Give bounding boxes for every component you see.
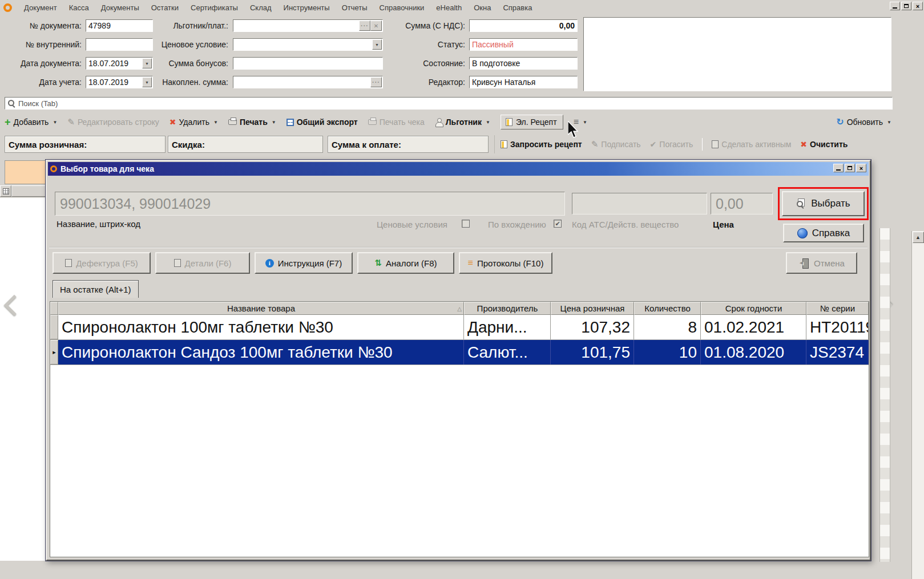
chevron-down-icon[interactable]: ▼	[372, 39, 382, 50]
notes-box[interactable]	[583, 17, 891, 91]
person-icon	[435, 118, 443, 126]
menu-item-document[interactable]: Документ	[24, 3, 57, 12]
cell-name: Спиронолактон 100мг таблетки №30	[58, 315, 464, 339]
state-value: В подготовке	[472, 59, 520, 68]
refresh-button[interactable]: ↻Обновить▼	[836, 118, 891, 127]
grid-icon	[3, 188, 9, 195]
clear-field-button[interactable]	[370, 21, 382, 31]
header-retail-price[interactable]: Цена розничная	[551, 302, 634, 315]
doc-number-value: 47989	[88, 21, 111, 30]
header-quantity[interactable]: Количество	[634, 302, 701, 315]
menu-bar: Документ Касса Документы Остатки Сертифи…	[0, 0, 924, 15]
sign-label: Подписать	[601, 140, 640, 149]
highlighted-cell	[5, 160, 46, 184]
grid-toggle-button[interactable]	[0, 185, 11, 197]
menu-item-ehealth[interactable]: eHealth	[436, 3, 462, 12]
price-conditions-checkbox[interactable]	[462, 220, 470, 228]
price-value: 0,00	[716, 196, 744, 212]
delete-button[interactable]: ✖Удалить▼	[170, 118, 218, 127]
product-search-input[interactable]: 990013034, 990014029	[55, 192, 565, 216]
price-input[interactable]: 0,00	[711, 193, 773, 214]
sum-nds-value: 0,00	[559, 21, 575, 30]
header-expiry[interactable]: Срок годности	[701, 302, 806, 315]
lookup-ellipsis-button[interactable]	[370, 77, 382, 87]
info-icon: i	[265, 259, 274, 268]
recipe-toolbar: Запросить рецепт ✎Подписать ✔Погасить Сд…	[494, 135, 894, 153]
main-toolbar: +Добавить▼ ✎Редактировать строку ✖Удалит…	[5, 113, 920, 131]
table-row-selected[interactable]: ▸ Спиронолактон Сандоз 100мг таблетки №3…	[50, 340, 869, 365]
menu-item-sklad[interactable]: Склад	[250, 3, 272, 12]
by-entry-checkbox[interactable]: ✔	[554, 220, 562, 228]
select-button[interactable]: Выбрать	[782, 191, 865, 216]
menu-item-handbooks[interactable]: Справочники	[380, 3, 425, 12]
price-condition-field[interactable]: ▼	[233, 38, 383, 51]
beneficiary-button[interactable]: Льготник▼	[435, 118, 490, 127]
atc-code-input[interactable]	[572, 193, 707, 214]
internal-number-field[interactable]	[86, 38, 153, 51]
dialog-title: Выбор товара для чека	[60, 164, 154, 173]
recipe-doc-icon	[501, 140, 507, 148]
protocols-button[interactable]: ≡Протоколы (F10)	[459, 252, 552, 274]
export-button[interactable]: Общий экспорт	[287, 118, 358, 127]
defectura-label: Дефектура (F5)	[76, 258, 138, 268]
cancel-button[interactable]: Отмена	[786, 252, 857, 274]
minimize-button[interactable]	[890, 2, 900, 10]
price-conditions-label: Ценовые условия	[377, 220, 447, 229]
tab-on-stock[interactable]: На остатке (Alt+1)	[53, 280, 139, 298]
field-label: Льготник/плат.:	[146, 21, 228, 30]
menu-item-certificates[interactable]: Сертификаты	[191, 3, 238, 12]
print-button[interactable]: Печать▼	[228, 118, 276, 127]
search-input[interactable]: Поиск (Tab)	[5, 97, 893, 110]
status-field: Пассивный	[469, 38, 578, 51]
vertical-scrollbar[interactable]: ▲	[911, 231, 924, 579]
row-indicator-current: ▸	[50, 340, 58, 365]
request-recipe-button[interactable]: Запросить рецепт	[501, 140, 582, 149]
menu-item-ostatki[interactable]: Остатки	[151, 3, 179, 12]
header-name[interactable]: Название товара△	[58, 302, 464, 315]
print-receipt-label: Печать чека	[380, 118, 425, 127]
add-button[interactable]: +Добавить▼	[5, 118, 57, 127]
header-manufacturer[interactable]: Производитель	[464, 302, 551, 315]
retail-sum-label: Сумма розничная:	[9, 140, 87, 149]
menu-item-instruments[interactable]: Инструменты	[284, 3, 330, 12]
dialog-close-button[interactable]: ×	[856, 164, 866, 172]
field-label: Состояние:	[394, 59, 465, 68]
dialog-maximize-button[interactable]	[845, 164, 855, 172]
refresh-icon: ↻	[836, 118, 844, 126]
clear-button[interactable]: ✖Очистить	[800, 140, 848, 149]
header-series[interactable]: № серии	[806, 302, 869, 315]
beneficiary-field[interactable]	[233, 19, 383, 32]
bonus-sum-field[interactable]	[233, 57, 383, 70]
sign-button: ✎Подписать	[591, 139, 641, 149]
menu-item-kassa[interactable]: Касса	[69, 3, 89, 12]
close-button[interactable]: ×	[913, 2, 923, 10]
sum-nds-field[interactable]: 0,00	[469, 19, 578, 32]
print-label: Печать	[240, 118, 268, 127]
lookup-ellipsis-button[interactable]	[359, 21, 370, 31]
menu-item-documents[interactable]: Документы	[101, 3, 139, 12]
e-recipe-label: Эл. Рецепт	[516, 118, 557, 127]
plus-icon: +	[5, 118, 11, 126]
table-row[interactable]: Спиронолактон 100мг таблетки №30 Дарни..…	[50, 315, 869, 340]
retail-sum-panel: Сумма розничная:	[5, 136, 166, 153]
menu-item-windows[interactable]: Окна	[474, 3, 491, 12]
instruction-button[interactable]: iИнструкция (F7)	[255, 252, 353, 274]
maximize-button[interactable]	[901, 2, 911, 10]
dialog-minimize-button[interactable]	[833, 164, 844, 172]
help-button[interactable]: Справка	[783, 224, 864, 242]
menu-item-reports[interactable]: Отчеты	[342, 3, 368, 12]
atc-code-label: Код АТС/Действ. вещество	[572, 220, 679, 229]
account-date-field[interactable]: 18.07.2019▼	[86, 76, 153, 88]
doc-date-field[interactable]: 18.07.2019▼	[86, 57, 153, 70]
scroll-up-button[interactable]: ▲	[913, 232, 924, 243]
refresh-label: Обновить	[847, 118, 883, 127]
panel-strip	[11, 185, 46, 197]
make-active-button: Сделать активным	[712, 140, 791, 149]
doc-number-field[interactable]: 47989	[86, 19, 153, 32]
analogs-button[interactable]: ⇅Аналоги (F8)	[357, 252, 454, 274]
dialog-title-bar[interactable]: Выбор товара для чека ×	[48, 162, 869, 176]
accumulated-sum-field[interactable]	[233, 76, 383, 88]
menu-item-help[interactable]: Справка	[503, 3, 532, 12]
e-recipe-button[interactable]: Эл. Рецепт	[501, 115, 563, 129]
cell-name: Спиронолактон Сандоз 100мг таблетки №30	[58, 340, 464, 365]
